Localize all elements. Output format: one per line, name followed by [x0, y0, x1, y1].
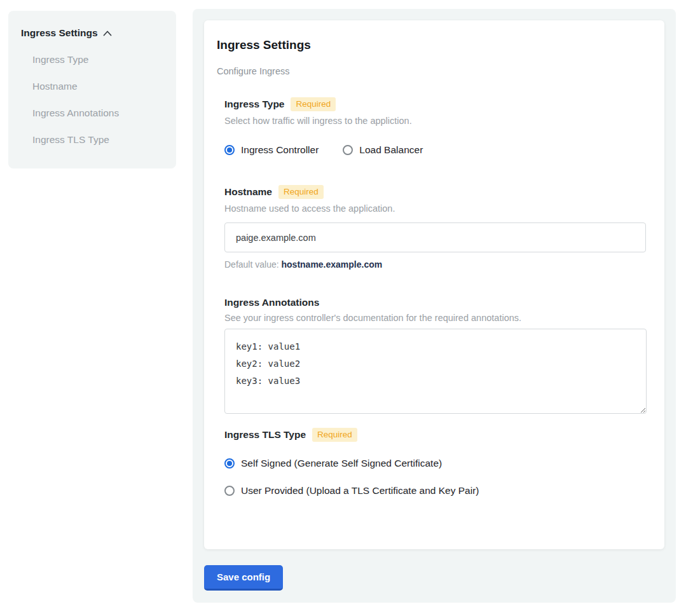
- ingress-annotations-textarea[interactable]: key1: value1 key2: value2 key3: value3: [224, 329, 647, 414]
- chevron-up-icon: [103, 27, 112, 39]
- sidebar-item-hostname[interactable]: Hostname: [21, 73, 163, 100]
- sidebar-section-label: Ingress Settings: [21, 27, 98, 39]
- sidebar-items: Ingress Type Hostname Ingress Annotation…: [21, 46, 163, 153]
- radio-option-self-signed[interactable]: Self Signed (Generate Self Signed Certif…: [224, 458, 645, 469]
- radio-option-ingress-controller[interactable]: Ingress Controller: [224, 144, 319, 156]
- radio-button-icon[interactable]: [224, 458, 235, 469]
- radio-label-ingress-controller[interactable]: Ingress Controller: [241, 144, 319, 156]
- radio-button-icon[interactable]: [343, 145, 353, 155]
- form-fields: Ingress Type Required Select how traffic…: [224, 97, 645, 496]
- radio-label-load-balancer[interactable]: Load Balancer: [359, 144, 423, 156]
- radio-button-icon[interactable]: [224, 486, 235, 496]
- radio-option-user-provided[interactable]: User Provided (Upload a TLS Certificate …: [224, 485, 645, 496]
- required-badge: Required: [278, 185, 324, 199]
- hostname-label: Hostname: [224, 186, 272, 198]
- hostname-input[interactable]: [224, 222, 646, 252]
- ingress-type-radio-group: Ingress Controller Load Balancer: [224, 144, 645, 156]
- ingress-annotations-label: Ingress Annotations: [224, 297, 319, 308]
- radio-label-self-signed[interactable]: Self Signed (Generate Self Signed Certif…: [241, 458, 442, 469]
- field-hostname: Hostname Required Hostname used to acces…: [224, 185, 645, 270]
- hostname-default-value: Default value: hostname.example.com: [224, 259, 645, 270]
- sidebar-item-ingress-type[interactable]: Ingress Type: [21, 46, 163, 73]
- field-ingress-tls-type: Ingress TLS Type Required Self Signed (G…: [224, 428, 645, 496]
- page-subtitle: Configure Ingress: [217, 66, 645, 76]
- field-ingress-annotations: Ingress Annotations See your ingress con…: [224, 297, 645, 414]
- sidebar-section-ingress-settings[interactable]: Ingress Settings: [21, 27, 163, 39]
- sidebar-item-ingress-tls-type[interactable]: Ingress TLS Type: [21, 127, 163, 153]
- ingress-settings-card: Ingress Settings Configure Ingress Ingre…: [204, 20, 664, 549]
- ingress-annotations-description: See your ingress controller's documentat…: [224, 313, 645, 323]
- required-badge: Required: [291, 97, 336, 111]
- save-config-button[interactable]: Save config: [204, 565, 283, 591]
- radio-button-icon[interactable]: [224, 145, 235, 155]
- ingress-tls-type-label: Ingress TLS Type: [224, 429, 306, 441]
- sidebar-item-ingress-annotations[interactable]: Ingress Annotations: [21, 100, 163, 127]
- radio-option-load-balancer[interactable]: Load Balancer: [343, 144, 423, 156]
- hostname-description: Hostname used to access the application.: [224, 203, 645, 214]
- ingress-type-label: Ingress Type: [224, 99, 284, 110]
- page-title: Ingress Settings: [217, 38, 645, 52]
- field-ingress-type: Ingress Type Required Select how traffic…: [224, 97, 645, 156]
- settings-sidebar: Ingress Settings Ingress Type Hostname I…: [8, 11, 176, 168]
- required-badge: Required: [312, 428, 357, 442]
- ingress-settings-panel: Ingress Settings Configure Ingress Ingre…: [193, 9, 676, 603]
- radio-label-user-provided[interactable]: User Provided (Upload a TLS Certificate …: [241, 485, 479, 496]
- ingress-type-description: Select how traffic will ingress to the a…: [224, 116, 645, 126]
- ingress-tls-radio-group: Self Signed (Generate Self Signed Certif…: [224, 458, 645, 496]
